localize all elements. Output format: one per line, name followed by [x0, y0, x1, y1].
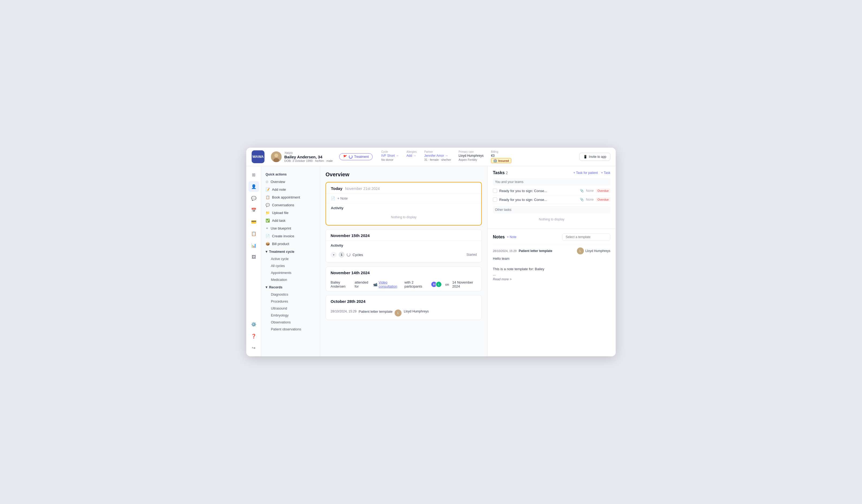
patient-name: Bailey Andersen, 34	[284, 155, 333, 159]
nav-media[interactable]: 🖼	[248, 252, 259, 263]
note-line-2	[493, 261, 610, 267]
note-card-timestamp-1: 28/10/2024, 15:29	[493, 249, 517, 253]
add-note-row[interactable]: 📄 + Note	[326, 194, 481, 203]
task-assignee-2: None	[586, 198, 594, 201]
app-window: WAWA 70023 Bailey Andersen, 34 DOB: 3 Oc…	[246, 148, 616, 356]
sidebar-sub-medication[interactable]: Medication	[261, 276, 320, 283]
nav-chat[interactable]: 💬	[248, 193, 259, 203]
nav-dashboard[interactable]: ⊞	[248, 169, 259, 180]
nov15-activity-label: Activity	[331, 243, 477, 248]
task-checkbox-2[interactable]	[493, 197, 497, 202]
sidebar-sub-embryology[interactable]: Embryology	[261, 312, 320, 319]
nav-logout[interactable]: ↪	[248, 342, 259, 353]
treatment-spinner	[349, 155, 353, 159]
add-note-label: + Note	[337, 196, 348, 200]
note-card-body-1: Hello team This is a note template for: …	[493, 256, 610, 282]
tasks-header: Tasks 2 + Task for patient + Task	[493, 170, 610, 175]
page-title: Overview	[326, 172, 482, 177]
invite-to-app-button[interactable]: 📱 Invite to app	[579, 153, 610, 161]
sidebar-item-add-task[interactable]: ✅ Add task	[261, 217, 320, 224]
note-read-more[interactable]: Read more >	[493, 277, 610, 282]
cycle-meta: Cycle IVF Short → No donor	[381, 150, 399, 161]
attended-on: on	[445, 282, 449, 287]
task-clip-2: 📎	[580, 198, 584, 201]
add-task-link[interactable]: + Task	[601, 171, 610, 175]
task-checkbox-1[interactable]	[493, 189, 497, 193]
nav-patients[interactable]: 👤	[248, 181, 259, 192]
nav-help[interactable]: ❓	[248, 331, 259, 341]
right-panel: Tasks 2 + Task for patient + Task You an…	[487, 166, 616, 356]
partner-link[interactable]: Jennifer Amor →	[424, 154, 451, 158]
patient-details: 70023 Bailey Andersen, 34 DOB: 3 October…	[284, 151, 333, 162]
sidebar-sub-patient-observations[interactable]: Patient observations	[261, 326, 320, 333]
sidebar-item-use-blueprint[interactable]: ✦ Use blueprint	[261, 224, 320, 232]
cycle-spinner-icon	[347, 253, 350, 256]
overview-icon: ⊙	[265, 180, 269, 184]
notes-add-link[interactable]: + Note	[507, 235, 517, 239]
nav-billing[interactable]: 💳	[248, 216, 259, 227]
nav-calendar[interactable]: 📅	[248, 205, 259, 215]
task-clip-1: 📎	[580, 189, 584, 193]
oct28-card: October 28th 2024 28/10/2024, 15:29 Pati…	[326, 295, 482, 320]
template-select-input[interactable]	[562, 233, 610, 241]
header: WAWA 70023 Bailey Andersen, 34 DOB: 3 Oc…	[246, 148, 616, 166]
task-for-patient-link[interactable]: + Task for patient	[573, 171, 598, 175]
note-doc-icon: 📄	[331, 196, 335, 200]
allergies-meta: Allergies Add →	[406, 150, 417, 158]
svg-point-1	[274, 154, 278, 157]
nov15-header: November 15th 2024	[326, 229, 482, 240]
nov14-header: November 14th 2024	[326, 267, 482, 278]
sidebar-sub-all-cycles[interactable]: All cycles	[261, 263, 320, 269]
task-status-1: Overdue	[596, 189, 610, 193]
sidebar-item-conversations[interactable]: 💬 Conversations	[261, 201, 320, 209]
treatment-cycle-collapse[interactable]: ▾ Treatment cycle	[261, 248, 320, 255]
header-meta: Cycle IVF Short → No donor Allergies Add…	[381, 150, 575, 163]
tasks-section: Tasks 2 + Task for patient + Task You an…	[487, 166, 616, 229]
nov14-card: November 14th 2024 Bailey Andersen atten…	[326, 266, 482, 291]
task-row-1: Ready for you to sign: Conse... 📎 None O…	[493, 186, 610, 195]
nav-analytics[interactable]: 📊	[248, 240, 259, 251]
note-card-template-1: Patient letter template	[519, 249, 552, 253]
cycle-chevron[interactable]: ▾	[331, 252, 337, 257]
sidebar-item-bill-product[interactable]: 📦 Bill product	[261, 240, 320, 248]
attended-date: 14 November 2024	[452, 280, 477, 288]
note-card-1: 28/10/2024, 15:29 Patient letter templat…	[493, 244, 610, 285]
allergies-link[interactable]: Add →	[406, 154, 417, 158]
collapse-chevron-icon: ▾	[265, 250, 267, 254]
sidebar-sub-appointments[interactable]: Appointments	[261, 269, 320, 276]
activity-label: Activity	[331, 206, 476, 210]
sidebar-sub-observations[interactable]: Observations	[261, 319, 320, 326]
create-invoice-icon: 📄	[265, 234, 270, 238]
main-layout: ⊞ 👤 💬 📅 💳 📋 📊 🖼 ⚙️ ❓ ↪ Quick actions ⊙ O…	[246, 166, 616, 356]
app-logo: WAWA	[252, 150, 264, 163]
cycle-count: 1	[339, 252, 344, 257]
sidebar-sub-procedures[interactable]: Procedures	[261, 298, 320, 305]
nav-tasks[interactable]: 📋	[248, 228, 259, 239]
records-collapse[interactable]: ▾ Records	[261, 283, 320, 291]
today-card: Today November 21st 2024 📄 + Note Activi…	[326, 182, 482, 226]
sidebar-item-add-note[interactable]: 📝 Add note	[261, 186, 320, 194]
notes-header: Notes + Note	[493, 233, 610, 241]
sidebar-item-overview[interactable]: ⊙ Overview	[261, 178, 320, 186]
notes-title: Notes	[493, 235, 505, 239]
note-timestamp: 28/10/2024, 15:29	[331, 309, 356, 313]
treatment-badge[interactable]: 🚩 Treatment	[339, 153, 373, 160]
cycle-row: ▾ 1 Cycles Started	[331, 250, 477, 260]
insured-badge: 🏥 Insured	[491, 158, 511, 163]
sidebar-sub-ultrasound[interactable]: Ultrasound	[261, 305, 320, 312]
sidebar-sub-diagnostics[interactable]: Diagnostics	[261, 291, 320, 298]
sidebar-sub-active-cycle[interactable]: Active cycle	[261, 255, 320, 263]
add-note-icon: 📝	[265, 187, 270, 191]
tasks-title: Tasks	[493, 170, 505, 175]
nav-settings[interactable]: ⚙️	[248, 319, 259, 330]
sidebar-item-create-invoice[interactable]: 📄 Create invoice	[261, 232, 320, 240]
bill-product-icon: 📦	[265, 242, 270, 246]
cycle-link[interactable]: IVF Short →	[381, 154, 399, 158]
blueprint-icon: ✦	[265, 226, 269, 230]
notes-section: Notes + Note 28/10/2024, 15:29 Patient l…	[487, 229, 616, 356]
sidebar-item-book-appointment[interactable]: 📋 Book appointment	[261, 194, 320, 201]
task-row-2: Ready for you to sign: Conse... 📎 None O…	[493, 195, 610, 204]
video-consultation-link[interactable]: 📹 Video consultation	[373, 280, 401, 288]
note-author: Lloyd Humphreys	[404, 309, 429, 313]
sidebar-item-upload-file[interactable]: 📁 Upload file	[261, 209, 320, 217]
